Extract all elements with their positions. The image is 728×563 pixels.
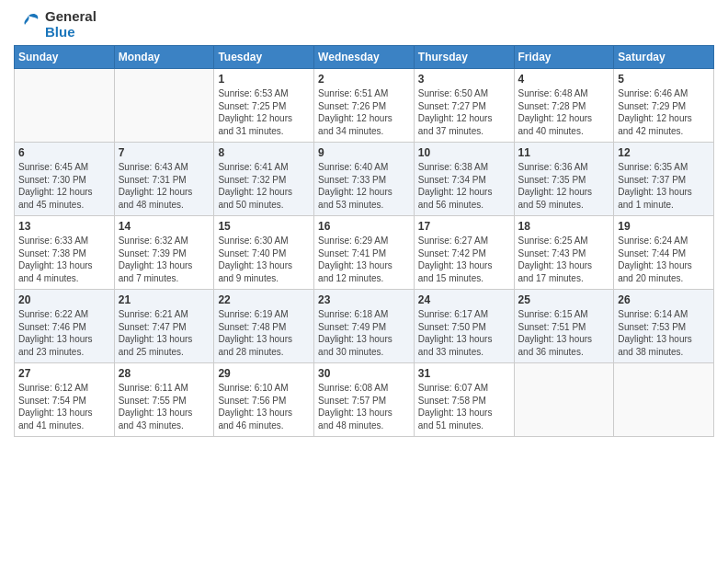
calendar-week-row: 20Sunrise: 6:22 AM Sunset: 7:46 PM Dayli… [15, 290, 714, 363]
day-number: 13 [18, 220, 110, 233]
day-number: 16 [318, 220, 410, 233]
calendar-cell: 30Sunrise: 6:08 AM Sunset: 7:57 PM Dayli… [314, 363, 415, 437]
calendar-cell: 3Sunrise: 6:50 AM Sunset: 7:27 PM Daylig… [414, 69, 514, 143]
day-number: 19 [618, 220, 710, 233]
calendar-cell: 4Sunrise: 6:48 AM Sunset: 7:28 PM Daylig… [514, 69, 614, 143]
calendar-cell: 16Sunrise: 6:29 AM Sunset: 7:41 PM Dayli… [314, 216, 415, 290]
day-number: 4 [518, 73, 610, 86]
day-number: 24 [418, 293, 510, 306]
day-number: 2 [318, 73, 410, 86]
calendar-cell: 10Sunrise: 6:38 AM Sunset: 7:34 PM Dayli… [414, 143, 514, 216]
weekday-header-monday: Monday [114, 46, 214, 69]
calendar-week-row: 6Sunrise: 6:45 AM Sunset: 7:30 PM Daylig… [15, 143, 714, 216]
day-info: Sunrise: 6:21 AM Sunset: 7:47 PM Dayligh… [119, 308, 210, 358]
day-number: 20 [18, 293, 110, 306]
calendar-cell: 1Sunrise: 6:53 AM Sunset: 7:25 PM Daylig… [214, 69, 314, 143]
calendar-cell: 9Sunrise: 6:40 AM Sunset: 7:33 PM Daylig… [314, 143, 415, 216]
calendar-cell: 31Sunrise: 6:07 AM Sunset: 7:58 PM Dayli… [414, 363, 514, 437]
day-info: Sunrise: 6:41 AM Sunset: 7:32 PM Dayligh… [218, 161, 310, 211]
logo-text: General Blue [45, 9, 97, 40]
calendar-cell: 22Sunrise: 6:19 AM Sunset: 7:48 PM Dayli… [214, 290, 314, 363]
weekday-header-wednesday: Wednesday [314, 46, 415, 69]
day-info: Sunrise: 6:43 AM Sunset: 7:31 PM Dayligh… [119, 161, 210, 211]
calendar-cell [614, 363, 714, 437]
logo: General Blue [14, 9, 97, 40]
day-info: Sunrise: 6:30 AM Sunset: 7:40 PM Dayligh… [218, 235, 310, 284]
calendar-week-row: 13Sunrise: 6:33 AM Sunset: 7:38 PM Dayli… [15, 216, 714, 290]
calendar-cell [514, 363, 614, 437]
day-number: 21 [119, 293, 210, 306]
calendar-cell: 23Sunrise: 6:18 AM Sunset: 7:49 PM Dayli… [314, 290, 415, 363]
day-number: 1 [218, 73, 310, 86]
calendar-cell: 2Sunrise: 6:51 AM Sunset: 7:26 PM Daylig… [314, 69, 415, 143]
calendar-cell: 21Sunrise: 6:21 AM Sunset: 7:47 PM Dayli… [114, 290, 214, 363]
day-info: Sunrise: 6:29 AM Sunset: 7:41 PM Dayligh… [318, 235, 410, 284]
day-number: 17 [418, 220, 510, 233]
calendar-cell: 6Sunrise: 6:45 AM Sunset: 7:30 PM Daylig… [15, 143, 115, 216]
day-info: Sunrise: 6:35 AM Sunset: 7:37 PM Dayligh… [618, 161, 710, 211]
day-info: Sunrise: 6:50 AM Sunset: 7:27 PM Dayligh… [418, 87, 510, 137]
day-info: Sunrise: 6:18 AM Sunset: 7:49 PM Dayligh… [318, 308, 410, 358]
day-number: 31 [418, 367, 510, 380]
calendar-cell: 8Sunrise: 6:41 AM Sunset: 7:32 PM Daylig… [214, 143, 314, 216]
calendar-cell: 15Sunrise: 6:30 AM Sunset: 7:40 PM Dayli… [214, 216, 314, 290]
day-number: 12 [618, 146, 710, 159]
calendar-cell: 20Sunrise: 6:22 AM Sunset: 7:46 PM Dayli… [15, 290, 115, 363]
day-number: 10 [418, 146, 510, 159]
day-info: Sunrise: 6:36 AM Sunset: 7:35 PM Dayligh… [518, 161, 610, 211]
calendar-cell: 26Sunrise: 6:14 AM Sunset: 7:53 PM Dayli… [614, 290, 714, 363]
day-info: Sunrise: 6:22 AM Sunset: 7:46 PM Dayligh… [18, 308, 110, 358]
calendar-week-row: 27Sunrise: 6:12 AM Sunset: 7:54 PM Dayli… [15, 363, 714, 437]
day-info: Sunrise: 6:38 AM Sunset: 7:34 PM Dayligh… [418, 161, 510, 211]
day-number: 6 [18, 146, 110, 159]
day-number: 25 [518, 293, 610, 306]
logo-general: General [45, 8, 97, 24]
day-info: Sunrise: 6:53 AM Sunset: 7:25 PM Dayligh… [218, 87, 310, 137]
calendar-cell: 12Sunrise: 6:35 AM Sunset: 7:37 PM Dayli… [614, 143, 714, 216]
calendar-cell [15, 69, 115, 143]
weekday-header-tuesday: Tuesday [214, 46, 314, 69]
weekday-header-friday: Friday [514, 46, 614, 69]
day-info: Sunrise: 6:07 AM Sunset: 7:58 PM Dayligh… [418, 382, 510, 431]
day-info: Sunrise: 6:10 AM Sunset: 7:56 PM Dayligh… [218, 382, 310, 431]
calendar-cell: 11Sunrise: 6:36 AM Sunset: 7:35 PM Dayli… [514, 143, 614, 216]
calendar-cell: 7Sunrise: 6:43 AM Sunset: 7:31 PM Daylig… [114, 143, 214, 216]
day-info: Sunrise: 6:11 AM Sunset: 7:55 PM Dayligh… [119, 382, 210, 431]
day-info: Sunrise: 6:24 AM Sunset: 7:44 PM Dayligh… [618, 235, 710, 284]
day-info: Sunrise: 6:46 AM Sunset: 7:29 PM Dayligh… [618, 87, 710, 137]
calendar-week-row: 1Sunrise: 6:53 AM Sunset: 7:25 PM Daylig… [15, 69, 714, 143]
weekday-header-saturday: Saturday [614, 46, 714, 69]
calendar-cell: 19Sunrise: 6:24 AM Sunset: 7:44 PM Dayli… [614, 216, 714, 290]
calendar-table: SundayMondayTuesdayWednesdayThursdayFrid… [14, 45, 714, 437]
day-info: Sunrise: 6:32 AM Sunset: 7:39 PM Dayligh… [119, 235, 210, 284]
day-info: Sunrise: 6:08 AM Sunset: 7:57 PM Dayligh… [318, 382, 410, 431]
day-info: Sunrise: 6:40 AM Sunset: 7:33 PM Dayligh… [318, 161, 410, 211]
calendar-cell: 29Sunrise: 6:10 AM Sunset: 7:56 PM Dayli… [214, 363, 314, 437]
weekday-header-sunday: Sunday [15, 46, 115, 69]
calendar-cell: 25Sunrise: 6:15 AM Sunset: 7:51 PM Dayli… [514, 290, 614, 363]
calendar-cell: 14Sunrise: 6:32 AM Sunset: 7:39 PM Dayli… [114, 216, 214, 290]
calendar-cell: 28Sunrise: 6:11 AM Sunset: 7:55 PM Dayli… [114, 363, 214, 437]
day-number: 28 [119, 367, 210, 380]
day-number: 7 [119, 146, 210, 159]
day-info: Sunrise: 6:12 AM Sunset: 7:54 PM Dayligh… [18, 382, 110, 431]
day-number: 8 [218, 146, 310, 159]
day-number: 27 [18, 367, 110, 380]
day-info: Sunrise: 6:45 AM Sunset: 7:30 PM Dayligh… [18, 161, 110, 211]
logo-blue: Blue [45, 24, 75, 40]
logo-bird-icon [14, 10, 43, 40]
day-info: Sunrise: 6:17 AM Sunset: 7:50 PM Dayligh… [418, 308, 510, 358]
day-info: Sunrise: 6:51 AM Sunset: 7:26 PM Dayligh… [318, 87, 410, 137]
day-info: Sunrise: 6:15 AM Sunset: 7:51 PM Dayligh… [518, 308, 610, 358]
calendar-cell: 5Sunrise: 6:46 AM Sunset: 7:29 PM Daylig… [614, 69, 714, 143]
day-info: Sunrise: 6:27 AM Sunset: 7:42 PM Dayligh… [418, 235, 510, 284]
day-number: 22 [218, 293, 310, 306]
day-info: Sunrise: 6:14 AM Sunset: 7:53 PM Dayligh… [618, 308, 710, 358]
day-number: 23 [318, 293, 410, 306]
day-number: 9 [318, 146, 410, 159]
day-number: 29 [218, 367, 310, 380]
page-header: General Blue [14, 9, 714, 40]
day-number: 26 [618, 293, 710, 306]
weekday-header-thursday: Thursday [414, 46, 514, 69]
day-info: Sunrise: 6:19 AM Sunset: 7:48 PM Dayligh… [218, 308, 310, 358]
